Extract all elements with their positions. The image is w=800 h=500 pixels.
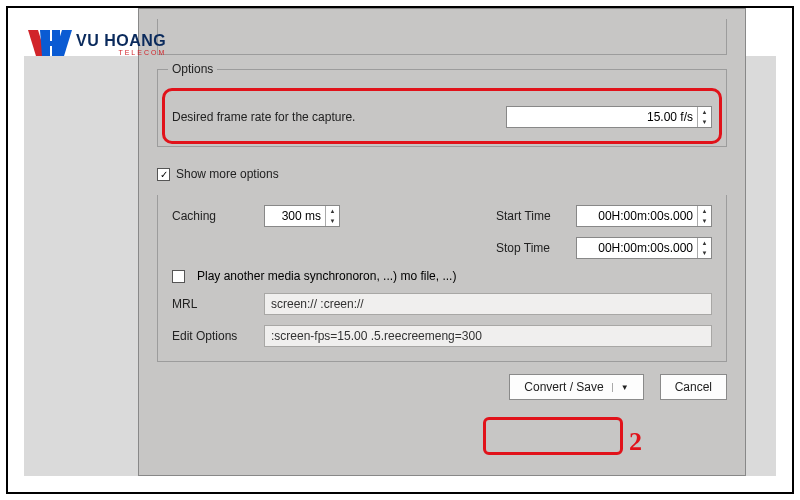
brand-name: VU HOANG	[76, 33, 166, 49]
spin-up-icon[interactable]: ▲	[698, 206, 711, 216]
outer-frame: VU HOANG TELECOM 1 Options Desired frame…	[6, 6, 794, 494]
caching-input[interactable]	[265, 206, 325, 226]
frame-rate-input[interactable]	[507, 107, 697, 127]
dropdown-caret-icon[interactable]: ▼	[612, 383, 629, 392]
show-more-options-row[interactable]: ✓ Show more options	[157, 167, 727, 181]
cancel-label: Cancel	[675, 380, 712, 394]
mrl-field[interactable]: screen:// :creen://	[264, 293, 712, 315]
play-another-label: Play another media synchronoron, ...) mo…	[197, 269, 456, 283]
spin-up-icon[interactable]: ▲	[698, 238, 711, 248]
show-more-label: Show more options	[176, 167, 279, 181]
edit-options-label: Edit Options	[172, 329, 252, 343]
options-legend: Options	[168, 62, 217, 76]
vh-logo-icon	[26, 26, 72, 62]
caching-label: Caching	[172, 209, 252, 223]
convert-save-button[interactable]: Convert / Save ▼	[509, 374, 643, 400]
advanced-options-panel: Caching ▲ ▼ Start Time ▲ ▼	[157, 195, 727, 362]
stop-time-spinbox[interactable]: ▲ ▼	[576, 237, 712, 259]
convert-save-label: Convert / Save	[524, 380, 603, 394]
play-another-row[interactable]: Play another media synchronoron, ...) mo…	[172, 269, 712, 283]
spin-down-icon[interactable]: ▼	[698, 117, 711, 127]
start-time-input[interactable]	[577, 206, 697, 226]
highlight-box-2	[483, 417, 623, 455]
spin-up-icon[interactable]: ▲	[698, 107, 711, 117]
spin-down-icon[interactable]: ▼	[698, 216, 711, 226]
stop-time-label: Stop Time	[496, 241, 566, 255]
cancel-button[interactable]: Cancel	[660, 374, 727, 400]
caching-spinbox[interactable]: ▲ ▼	[264, 205, 340, 227]
edit-options-field[interactable]: :screen-fps=15.00 .5.reecreemeng=300	[264, 325, 712, 347]
annotation-marker-2: 2	[629, 427, 642, 457]
frame-rate-label: Desired frame rate for the capture.	[172, 110, 506, 124]
start-time-spinbox[interactable]: ▲ ▼	[576, 205, 712, 227]
frame-rate-spinbox[interactable]: ▲ ▼	[506, 106, 712, 128]
brand-subtitle: TELECOM	[76, 49, 166, 56]
capture-dialog: Options Desired frame rate for the captu…	[138, 8, 746, 476]
brand-logo: VU HOANG TELECOM	[26, 26, 166, 62]
stop-time-input[interactable]	[577, 238, 697, 258]
spin-down-icon[interactable]: ▼	[326, 216, 339, 226]
show-more-checkbox[interactable]: ✓	[157, 168, 170, 181]
spin-up-icon[interactable]: ▲	[326, 206, 339, 216]
start-time-label: Start Time	[496, 209, 566, 223]
mrl-label: MRL	[172, 297, 252, 311]
spin-down-icon[interactable]: ▼	[698, 248, 711, 258]
options-groupbox: Options Desired frame rate for the captu…	[157, 69, 727, 147]
upper-groupbox	[157, 19, 727, 55]
play-another-checkbox[interactable]	[172, 270, 185, 283]
